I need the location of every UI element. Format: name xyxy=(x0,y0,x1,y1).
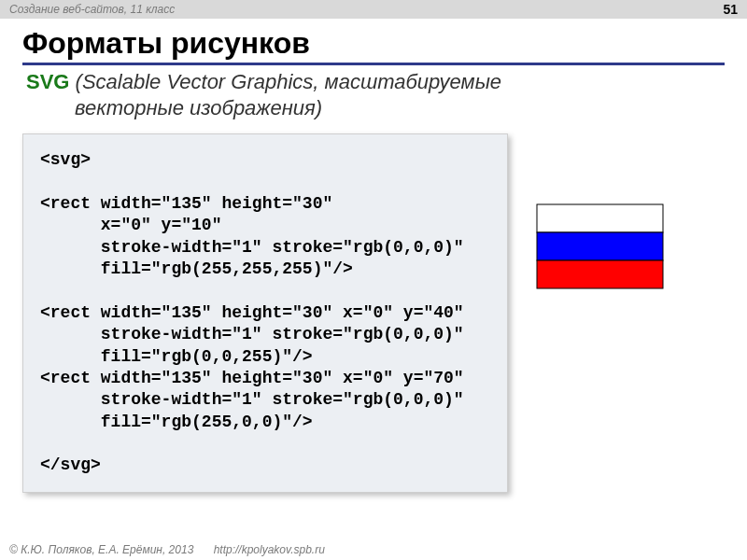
header-bar: Создание веб-сайтов, 11 класс 51 xyxy=(0,0,747,19)
subtitle-line2: векторные изображения) xyxy=(26,95,322,121)
svg-abbr: SVG xyxy=(26,70,69,93)
page-number: 51 xyxy=(723,2,738,17)
main-row: <svg> <rect width="135" height="30" x="0… xyxy=(22,133,725,493)
flag-stripe-red xyxy=(537,260,663,288)
flag-output xyxy=(536,195,664,290)
slide-title: Форматы рисунков xyxy=(22,26,725,65)
footer: © К.Ю. Поляков, Е.А. Ерёмин, 2013 http:/… xyxy=(9,543,325,556)
subtitle: SVG (Scalable Vector Graphics, масштабир… xyxy=(22,69,725,120)
flag-stripe-white xyxy=(537,204,663,232)
footer-link: http://kpolyakov.spb.ru xyxy=(214,543,325,556)
course-label: Создание веб-сайтов, 11 класс xyxy=(9,3,175,16)
russian-flag-svg xyxy=(536,195,664,290)
code-block: <svg> <rect width="135" height="30" x="0… xyxy=(22,133,508,493)
slide-content: Форматы рисунков SVG (Scalable Vector Gr… xyxy=(0,19,747,493)
copyright: © К.Ю. Поляков, Е.А. Ерёмин, 2013 xyxy=(9,543,193,556)
flag-stripe-blue xyxy=(537,232,663,260)
subtitle-line1: (Scalable Vector Graphics, масштабируемы… xyxy=(76,70,501,93)
